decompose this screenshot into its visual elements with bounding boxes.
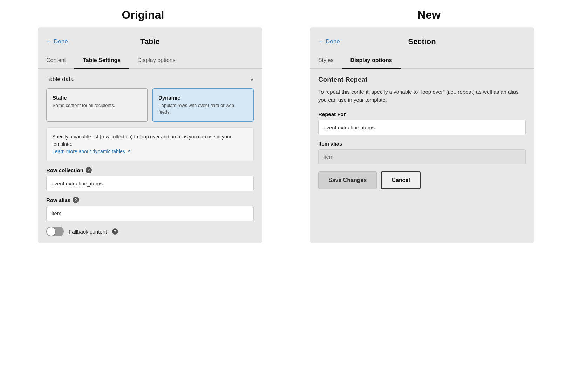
static-button[interactable]: Static Same content for all recipients. bbox=[46, 88, 148, 122]
new-title: New bbox=[286, 8, 572, 21]
left-done-link[interactable]: ← Done bbox=[46, 38, 68, 45]
dynamic-button[interactable]: Dynamic Populate rows with event data or… bbox=[152, 88, 254, 122]
row-alias-label: Row alias ? bbox=[46, 197, 254, 203]
fallback-help-icon[interactable]: ? bbox=[112, 228, 118, 235]
info-link-text: Learn more about dynamic tables bbox=[52, 148, 125, 155]
item-alias-group: Item alias bbox=[318, 141, 526, 164]
original-title: Original bbox=[0, 8, 286, 21]
info-box: Specify a variable list (row collection)… bbox=[46, 127, 254, 161]
fallback-toggle[interactable] bbox=[46, 227, 64, 236]
row-alias-input[interactable] bbox=[46, 206, 254, 221]
content-repeat-desc: To repeat this content, specify a variab… bbox=[318, 88, 526, 104]
content-repeat-title: Content Repeat bbox=[318, 76, 526, 83]
item-alias-label: Item alias bbox=[318, 141, 526, 147]
repeat-for-group: Repeat For bbox=[318, 111, 526, 135]
row-collection-group: Row collection ? bbox=[46, 167, 254, 191]
toggle-knob bbox=[47, 227, 55, 236]
item-alias-input[interactable] bbox=[318, 149, 526, 164]
fallback-row: Fallback content ? bbox=[46, 227, 254, 236]
right-done-label: Done bbox=[326, 38, 340, 45]
left-arrow-icon: ← bbox=[46, 38, 52, 45]
chevron-up-icon: ∧ bbox=[250, 76, 254, 82]
row-alias-help-icon[interactable]: ? bbox=[73, 197, 79, 203]
right-panel-body: Content Repeat To repeat this content, s… bbox=[310, 69, 534, 196]
fallback-label: Fallback content bbox=[69, 229, 107, 235]
right-panel-title: Section bbox=[408, 37, 436, 46]
left-tab-table-settings[interactable]: Table Settings bbox=[74, 52, 129, 68]
dynamic-title: Dynamic bbox=[158, 95, 247, 101]
left-panel-card: ← Done Table Content Table Settings Disp… bbox=[38, 27, 262, 243]
info-link[interactable]: Learn more about dynamic tables ↗ bbox=[52, 148, 131, 155]
new-header-col: New bbox=[286, 8, 572, 21]
page-wrapper: Original New ← Done Table bbox=[0, 0, 572, 392]
static-desc: Same content for all recipients. bbox=[53, 103, 115, 108]
left-tab-content[interactable]: Content bbox=[38, 52, 74, 68]
comparison-header: Original New bbox=[0, 0, 572, 27]
right-tab-styles[interactable]: Styles bbox=[310, 52, 342, 68]
original-header-col: Original bbox=[0, 8, 286, 21]
right-done-link[interactable]: ← Done bbox=[318, 38, 340, 45]
left-panel-col: ← Done Table Content Table Settings Disp… bbox=[14, 27, 286, 243]
row-collection-input[interactable] bbox=[46, 176, 254, 191]
save-changes-button[interactable]: Save Changes bbox=[318, 171, 377, 189]
right-panel-card: ← Done Section Styles Display options bbox=[310, 27, 534, 243]
repeat-for-input[interactable] bbox=[318, 120, 526, 135]
left-done-label: Done bbox=[54, 38, 68, 45]
panels-row: ← Done Table Content Table Settings Disp… bbox=[0, 27, 572, 243]
table-data-title: Table data bbox=[46, 76, 74, 83]
info-text: Specify a variable list (row collection)… bbox=[52, 134, 231, 147]
buttons-row: Save Changes Cancel bbox=[318, 171, 526, 189]
right-panel-col: ← Done Section Styles Display options bbox=[286, 27, 558, 243]
left-panel-title: Table bbox=[140, 37, 160, 46]
left-panel-body: Table data ∧ Static Same content for all… bbox=[38, 69, 262, 243]
dynamic-desc: Populate rows with event data or web fee… bbox=[158, 103, 234, 115]
left-panel-header: ← Done Table bbox=[38, 27, 262, 49]
left-tab-bar: Content Table Settings Display options bbox=[38, 52, 262, 69]
content-repeat-section: Content Repeat To repeat this content, s… bbox=[318, 76, 526, 104]
cancel-button[interactable]: Cancel bbox=[381, 171, 420, 189]
external-link-icon: ↗ bbox=[127, 148, 131, 155]
right-arrow-icon: ← bbox=[318, 38, 324, 45]
right-tab-bar: Styles Display options bbox=[310, 52, 534, 69]
right-tab-display-options[interactable]: Display options bbox=[342, 52, 401, 68]
right-panel-header: ← Done Section bbox=[310, 27, 534, 49]
row-collection-label: Row collection ? bbox=[46, 167, 254, 173]
static-title: Static bbox=[53, 95, 142, 101]
row-collection-help-icon[interactable]: ? bbox=[86, 167, 92, 173]
repeat-for-label: Repeat For bbox=[318, 111, 526, 117]
table-data-section-header: Table data ∧ bbox=[46, 76, 254, 83]
row-alias-group: Row alias ? bbox=[46, 197, 254, 221]
toggle-group: Static Same content for all recipients. … bbox=[46, 88, 254, 122]
left-tab-display-options[interactable]: Display options bbox=[129, 52, 184, 68]
